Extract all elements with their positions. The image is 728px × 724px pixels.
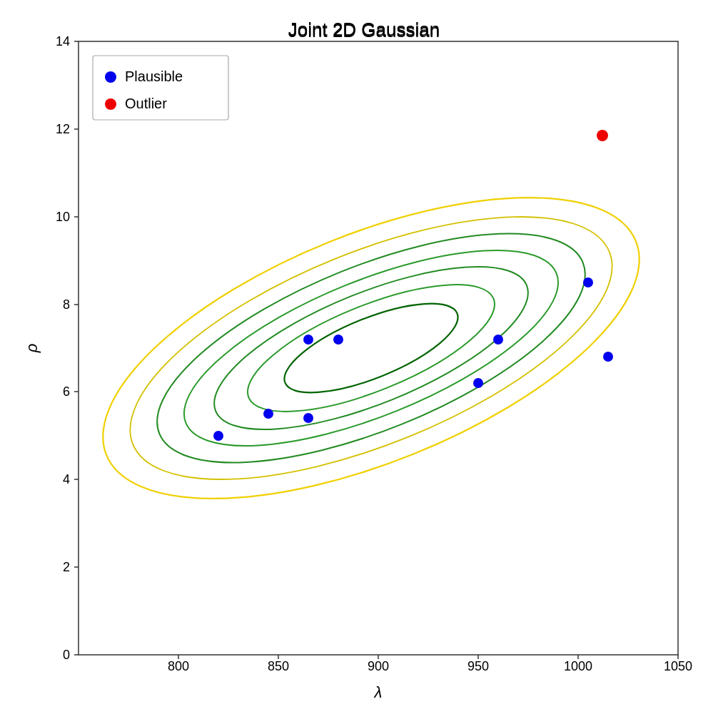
x-tick-1050: 1050 <box>664 659 692 673</box>
legend-outlier-dot <box>105 98 116 110</box>
y-tick-10: 10 <box>56 210 70 224</box>
blue-point <box>263 409 273 419</box>
blue-point <box>303 335 313 345</box>
x-tick-800: 800 <box>168 659 189 673</box>
chart-container: Joint 2D Gaussian <box>21 20 707 705</box>
blue-point <box>583 277 593 287</box>
y-tick-0: 0 <box>63 648 70 662</box>
x-tick-1000: 1000 <box>564 659 592 673</box>
x-tick-850: 850 <box>268 659 289 673</box>
y-tick-6: 6 <box>63 384 70 399</box>
blue-point <box>493 335 503 345</box>
y-tick-12: 12 <box>56 122 70 136</box>
legend-outlier-label: Outlier <box>125 96 167 111</box>
blue-point <box>473 378 483 388</box>
blue-point <box>333 335 343 345</box>
x-tick-950: 950 <box>467 659 489 673</box>
y-tick-4: 4 <box>63 472 70 486</box>
blue-point <box>303 413 313 423</box>
legend-plausible-label: Plausible <box>125 68 183 84</box>
red-point <box>597 130 608 141</box>
y-tick-8: 8 <box>63 297 70 312</box>
blue-point <box>213 431 223 441</box>
y-axis-label: ρ <box>23 343 41 353</box>
blue-point <box>603 352 613 362</box>
x-axis-label: λ <box>374 683 383 701</box>
chart-title: Joint 2D Gaussian <box>288 20 440 41</box>
legend-plausible-dot <box>105 71 116 83</box>
y-tick-2: 2 <box>63 560 70 574</box>
x-tick-900: 900 <box>368 659 389 673</box>
y-tick-14: 14 <box>56 34 70 49</box>
